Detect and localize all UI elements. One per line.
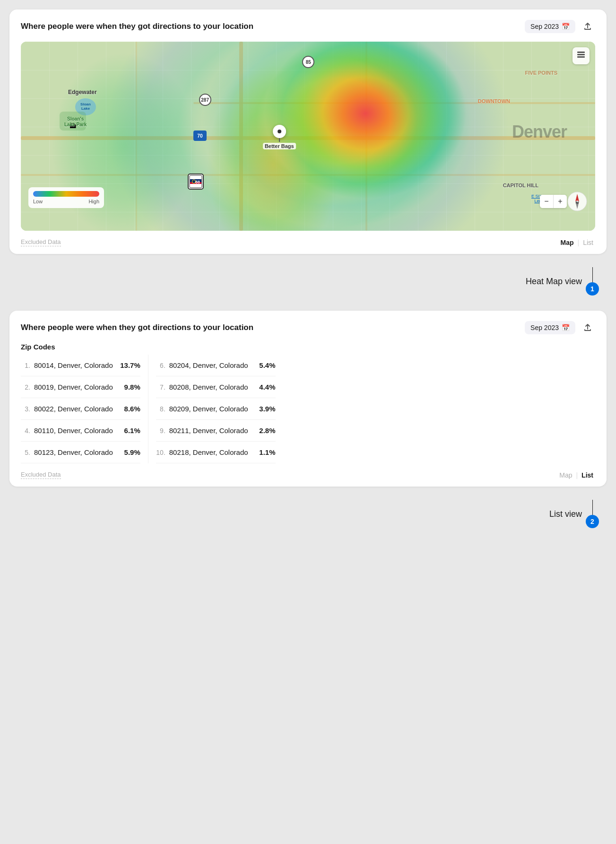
zip-rank: 2.	[21, 383, 30, 391]
zip-rank: 5.	[21, 449, 30, 456]
zoom-in-button[interactable]: +	[554, 195, 567, 208]
listview-callout-label: List view	[549, 509, 582, 519]
zip-name: 80209, Denver, Colorado	[169, 405, 248, 413]
legend-labels: Low High	[33, 199, 99, 204]
card2-toggle-divider: |	[576, 471, 578, 479]
toggle-divider: |	[578, 239, 580, 246]
card1-export-button[interactable]	[580, 19, 595, 34]
five-points-label: FIVE POINTS	[525, 70, 557, 76]
zip-pct: 6.1%	[117, 426, 140, 435]
card2-export-button[interactable]	[580, 320, 595, 335]
card2-callout-line-group: 2	[586, 500, 599, 528]
downtown-label: DOWNTOWN	[478, 98, 510, 104]
zip-name: 80208, Denver, Colorado	[169, 383, 248, 391]
denver-label: Denver	[512, 122, 567, 142]
pin-tail	[279, 138, 280, 142]
zip-list-item: 8. 80209, Denver, Colorado 3.9%	[156, 398, 276, 420]
card1-date-picker[interactable]: Sep 2023 📅	[525, 20, 575, 33]
card2-annotation: List view 2	[9, 498, 607, 532]
card2-title: Where people were when they got directio…	[21, 323, 525, 332]
svg-rect-14	[577, 56, 585, 58]
zip-list-left: 1. 80014, Denver, Colorado 13.7% 2. 8001…	[21, 355, 140, 463]
heatmap-callout: Heat Map view 1	[526, 267, 603, 296]
heatmap-left-zone	[21, 42, 595, 231]
card1-annotation: Heat Map view 1	[9, 265, 607, 299]
zip-rank: 6.	[156, 362, 165, 369]
zip-name: 80022, Denver, Colorado	[34, 405, 113, 413]
svg-text:70: 70	[197, 133, 203, 139]
svg-text:88: 88	[195, 180, 200, 184]
zip-list-item: 5. 80123, Denver, Colorado 5.9%	[21, 442, 140, 463]
zip-list-item: 10. 80218, Denver, Colorado 1.1%	[156, 442, 276, 463]
svg-rect-15	[577, 52, 585, 53]
zip-name: 80123, Denver, Colorado	[34, 448, 113, 456]
zip-list-item: 3. 80022, Denver, Colorado 8.6%	[21, 398, 140, 420]
zip-codes-heading: Zip Codes	[21, 343, 595, 351]
heatmap-badge: 1	[586, 282, 599, 296]
callout-line-2	[592, 500, 593, 515]
zoom-out-button[interactable]: −	[540, 195, 553, 208]
zip-pct: 5.9%	[117, 448, 140, 456]
legend-gradient	[33, 191, 99, 197]
zip-rank: 3.	[21, 405, 30, 413]
pin-dot	[278, 130, 281, 133]
zip-name: 80014, Denver, Colorado	[34, 361, 113, 369]
map-compass: N	[567, 191, 588, 212]
route-88: 88	[187, 173, 204, 192]
route-70: 70	[193, 131, 207, 141]
sloans-lake-park-label: Sloan'sLake Park	[64, 116, 87, 128]
zip-rank: 9.	[156, 427, 165, 435]
capitol-hill-label: CAPITOL HILL	[503, 183, 538, 188]
zip-name: 80019, Denver, Colorado	[34, 383, 113, 391]
map-layer-button[interactable]	[573, 47, 590, 64]
heatmap-map[interactable]: SloanLake 🏔 Edgewater Sloan'sLake Park D…	[21, 42, 595, 231]
card2-export-icon	[583, 323, 592, 332]
zip-pct: 3.9%	[252, 405, 276, 413]
heatmap-card: Where people were when they got directio…	[9, 9, 607, 254]
route-287: 287	[199, 94, 211, 106]
card2-view-toggle: Map | List	[557, 471, 595, 479]
list-card: Where people were when they got directio…	[9, 311, 607, 487]
zip-list-item: 1. 80014, Denver, Colorado 13.7%	[21, 355, 140, 376]
heatmap-legend: Low High	[28, 187, 104, 208]
zip-list-item: 4. 80110, Denver, Colorado 6.1%	[21, 420, 140, 442]
zip-pct: 2.8%	[252, 426, 276, 435]
list-view-button[interactable]: List	[581, 239, 595, 246]
zip-pct: 8.6%	[117, 405, 140, 413]
zip-rank: 1.	[21, 362, 30, 369]
zip-rank: 4.	[21, 427, 30, 435]
zip-pct: 13.7%	[117, 361, 140, 369]
card1-excluded-data[interactable]: Excluded Data	[21, 238, 61, 246]
card2-controls: Sep 2023 📅	[525, 320, 595, 335]
card2-map-view-button[interactable]: Map	[557, 471, 574, 479]
card1-footer: Excluded Data Map | List	[21, 236, 595, 246]
zip-rank: 8.	[156, 405, 165, 413]
zip-list-item: 7. 80208, Denver, Colorado 4.4%	[156, 376, 276, 398]
card2-date-picker[interactable]: Sep 2023 📅	[525, 321, 575, 334]
zip-pct: 5.4%	[252, 361, 276, 369]
card1-title: Where people were when they got directio…	[21, 22, 525, 31]
zip-list-grid: 1. 80014, Denver, Colorado 13.7% 2. 8001…	[21, 355, 595, 463]
card2-footer: Excluded Data Map | List	[21, 469, 595, 479]
zip-rank: 10.	[156, 449, 165, 456]
card1-view-toggle: Map | List	[559, 239, 595, 246]
svg-rect-13	[577, 54, 585, 55]
map-pin: Better Bags	[263, 125, 296, 149]
map-view-button[interactable]: Map	[559, 239, 576, 246]
card1-date-label: Sep 2023	[530, 23, 559, 30]
zip-name: 80211, Denver, Colorado	[169, 426, 248, 435]
card2-excluded-data[interactable]: Excluded Data	[21, 471, 61, 479]
zip-list-item: 2. 80019, Denver, Colorado 9.8%	[21, 376, 140, 398]
zip-list-item: 6. 80204, Denver, Colorado 5.4%	[156, 355, 276, 376]
card1-header: Where people were when they got directio…	[21, 19, 595, 34]
zip-rank: 7.	[156, 383, 165, 391]
pin-label: Better Bags	[263, 143, 296, 149]
card2-date-label: Sep 2023	[530, 324, 559, 331]
map-background: SloanLake 🏔 Edgewater Sloan'sLake Park D…	[21, 42, 595, 231]
card2-list-view-button[interactable]: List	[580, 471, 595, 479]
zip-name: 80110, Denver, Colorado	[34, 426, 113, 435]
zip-list-right: 6. 80204, Denver, Colorado 5.4% 7. 80208…	[156, 355, 276, 463]
heatmap-callout-label: Heat Map view	[526, 277, 582, 287]
pin-circle	[273, 125, 286, 138]
listview-badge: 2	[586, 515, 599, 528]
